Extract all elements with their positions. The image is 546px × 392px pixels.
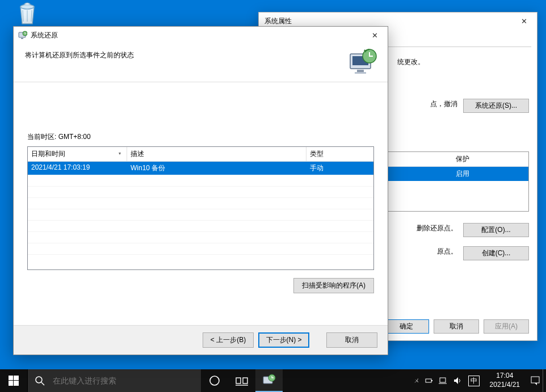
search-icon — [35, 376, 45, 386]
cancel-button[interactable]: 取消 — [434, 319, 479, 334]
show-desktop-button[interactable] — [543, 369, 546, 392]
svg-line-15 — [41, 382, 44, 385]
system-restore-wizard: 系统还原 ✕ 将计算机还原到所选事件之前的状态 当前时区: GMT+8:00 日… — [13, 26, 388, 355]
empty-row — [28, 243, 373, 254]
taskbar-app-system-restore[interactable] — [255, 369, 283, 392]
circle-icon — [209, 375, 220, 386]
task-view-icon — [236, 376, 248, 386]
restore-logo-icon — [348, 47, 377, 77]
svg-rect-11 — [14, 376, 19, 380]
clock-time: 17:04 — [490, 372, 520, 381]
create-button[interactable]: 创建(C)... — [463, 246, 529, 260]
close-icon: ✕ — [521, 17, 527, 26]
svg-rect-13 — [14, 381, 19, 386]
svg-rect-23 — [431, 380, 432, 381]
svg-rect-10 — [9, 376, 13, 380]
tray-network-icon[interactable] — [439, 377, 448, 385]
empty-row — [28, 254, 373, 265]
svg-rect-22 — [426, 379, 431, 382]
start-button[interactable] — [0, 369, 27, 392]
recycle-bin-desktop-icon[interactable] — [6, 0, 49, 27]
restore-point-row[interactable]: 2021/4/21 17:03:19 Win10 备份 手动 — [28, 162, 373, 175]
svg-rect-12 — [9, 381, 13, 386]
svg-point-16 — [210, 376, 219, 385]
empty-row — [28, 175, 373, 186]
wizard-title: 系统还原 — [31, 31, 362, 40]
ime-indicator[interactable]: 中 — [468, 376, 480, 386]
grid-header: 日期和时间▾ 描述 类型 — [28, 147, 373, 162]
restore-app-icon — [262, 373, 276, 387]
svg-point-14 — [36, 377, 42, 383]
svg-rect-2 — [21, 38, 23, 39]
action-center-icon[interactable] — [530, 376, 540, 386]
wizard-titlebar[interactable]: 系统还原 ✕ — [14, 27, 388, 44]
wizard-footer: < 上一步(B) 下一步(N) > 取消 — [14, 325, 388, 355]
configure-button[interactable]: 配置(O)... — [463, 223, 529, 237]
col-datetime[interactable]: 日期和时间▾ — [28, 147, 127, 162]
timezone-label: 当前时区: GMT+8:00 — [27, 132, 374, 142]
cell-datetime: 2021/4/21 17:03:19 — [28, 162, 127, 175]
next-button[interactable]: 下一步(N) > — [258, 332, 309, 348]
empty-row — [28, 197, 373, 209]
wizard-title-icon — [18, 31, 27, 40]
svg-rect-24 — [440, 378, 446, 382]
close-icon: ✕ — [372, 31, 378, 40]
recycle-bin-icon — [14, 0, 41, 27]
cell-description: Win10 备份 — [127, 162, 306, 175]
empty-row — [28, 231, 373, 243]
cortana-button[interactable] — [201, 369, 228, 392]
svg-rect-18 — [243, 378, 247, 383]
svg-marker-28 — [535, 383, 537, 385]
svg-rect-17 — [236, 378, 241, 383]
empty-row — [28, 186, 373, 197]
system-restore-button[interactable]: 系统还原(S)... — [463, 99, 529, 113]
system-tray: ㄨ 中 17:04 2021/4/21 — [411, 369, 543, 392]
tray-overflow-icon[interactable]: ㄨ — [414, 377, 419, 385]
taskbar: ㄨ 中 17:04 2021/4/21 — [0, 369, 546, 392]
col-description[interactable]: 描述 — [127, 147, 306, 162]
clock-date: 2021/4/21 — [490, 381, 520, 390]
wizard-cancel-button[interactable]: 取消 — [326, 332, 377, 348]
restore-points-grid[interactable]: 日期和时间▾ 描述 类型 2021/4/21 17:03:19 Win10 备份… — [27, 146, 374, 270]
tray-power-icon[interactable] — [425, 377, 433, 385]
wizard-close-button[interactable]: ✕ — [362, 27, 388, 44]
tray-volume-icon[interactable] — [453, 377, 463, 385]
windows-logo-icon — [9, 376, 19, 386]
back-button[interactable]: < 上一步(B) — [203, 332, 254, 348]
cell-type: 手动 — [306, 162, 373, 175]
empty-row — [28, 209, 373, 220]
svg-marker-26 — [454, 377, 458, 384]
svg-rect-6 — [357, 70, 364, 72]
apply-button: 应用(A) — [484, 319, 529, 334]
svg-point-0 — [20, 5, 34, 9]
svg-rect-27 — [531, 377, 539, 383]
col-type[interactable]: 类型 — [306, 147, 373, 162]
ok-button[interactable]: 确定 — [384, 319, 429, 334]
sysprop-close-button[interactable]: ✕ — [511, 13, 537, 29]
search-input[interactable] — [53, 376, 194, 385]
col-protection: 保护 — [456, 154, 524, 164]
taskbar-search[interactable] — [27, 369, 201, 392]
task-view-button[interactable] — [228, 369, 255, 392]
protection-status: 启用 — [456, 169, 524, 179]
empty-row — [28, 220, 373, 231]
sort-desc-icon: ▾ — [119, 151, 121, 156]
wizard-heading: 将计算机还原到所选事件之前的状态 — [25, 50, 376, 60]
taskbar-clock[interactable]: 17:04 2021/4/21 — [485, 372, 524, 389]
sysprop-title: 系统属性 — [264, 16, 511, 26]
scan-affected-programs-button[interactable]: 扫描受影响的程序(A) — [293, 278, 374, 293]
svg-rect-7 — [355, 72, 366, 74]
wizard-header: 将计算机还原到所选事件之前的状态 — [14, 44, 388, 82]
